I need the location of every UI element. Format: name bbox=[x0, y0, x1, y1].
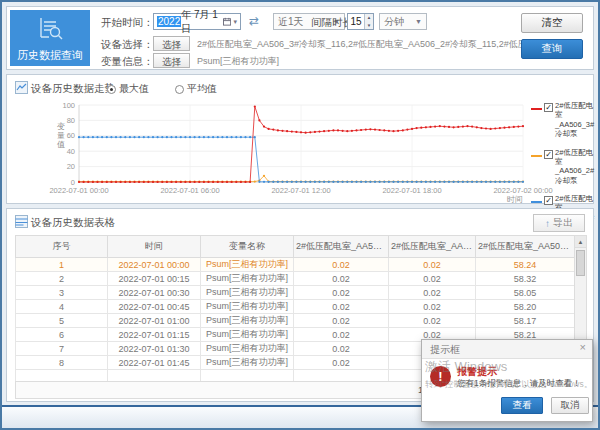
legend-checkbox[interactable]: ✓ bbox=[544, 103, 553, 112]
export-button[interactable]: ↑ 导出 bbox=[533, 214, 585, 232]
radio-avg-label: 平均值 bbox=[187, 82, 217, 96]
quick-range-value: 近1天 bbox=[278, 15, 304, 29]
variable-select-button[interactable]: 选择 bbox=[153, 53, 190, 68]
table-cell: 58.05 bbox=[476, 286, 575, 300]
table-cell: 0.02 bbox=[294, 258, 389, 272]
start-date-input[interactable]: 2022年 7月 1日 ▾ bbox=[153, 13, 241, 30]
table-cell: 0.02 bbox=[294, 314, 389, 328]
svg-text:60: 60 bbox=[67, 131, 75, 140]
table-row[interactable]: 22022-07-01 00:15Psum[三相有功功率]0.020.0258.… bbox=[16, 272, 575, 286]
table-cell: Psum[三相有功功率] bbox=[201, 272, 294, 286]
interval-stepper[interactable]: 15 ▲▼ bbox=[347, 13, 374, 30]
table-cell: 2022-07-01 01:00 bbox=[108, 314, 201, 328]
radio-avg-value[interactable]: 平均值 bbox=[175, 82, 217, 96]
legend-item[interactable]: ✓2#低压配电室_AA506_2#冷却泵 bbox=[531, 148, 593, 186]
calendar-icon[interactable] bbox=[223, 17, 231, 26]
column-header: 2#低压配电室_AA507_1#冷却泵... bbox=[476, 236, 575, 258]
variable-label: 变量信息： bbox=[101, 55, 154, 69]
dialog-title: 提示框 bbox=[422, 340, 592, 359]
table-cell: 2022-07-01 00:45 bbox=[108, 300, 201, 314]
date-year-selected: 2022 bbox=[157, 16, 181, 27]
table-cell: 0.02 bbox=[389, 258, 476, 272]
table-cell: 5 bbox=[16, 314, 108, 328]
table-cell: 58.17 bbox=[476, 314, 575, 328]
table-cell: Psum[三相有功功率] bbox=[201, 328, 294, 342]
legend-line-swatch bbox=[531, 201, 542, 203]
date-rest: 年 7月 1日 bbox=[181, 8, 223, 36]
legend-item[interactable]: ✓2#低压配电室_AA506_3#冷却泵 bbox=[531, 101, 593, 139]
alarm-message: 您有1条报警信息，请及时查看！ bbox=[457, 378, 589, 390]
svg-text:100: 100 bbox=[62, 101, 75, 110]
stepper-arrows[interactable]: ▲▼ bbox=[364, 14, 373, 29]
app-window: 历史数据查询 开始时间： 2022年 7月 1日 ▾ ⇄ 近1天 ▼ 间隔时长：… bbox=[0, 0, 600, 430]
table-cell: 0.02 bbox=[294, 300, 389, 314]
alarm-title: 报警提示 bbox=[457, 365, 497, 379]
device-label: 设备选择： bbox=[101, 38, 154, 52]
date-dropdown-caret[interactable]: ▾ bbox=[233, 18, 237, 26]
table-cell: 8 bbox=[16, 356, 108, 370]
table-cell: 58.32 bbox=[476, 272, 575, 286]
table-cell: 0.02 bbox=[389, 286, 476, 300]
legend-checkbox[interactable]: ✓ bbox=[544, 196, 553, 205]
table-cell: 0.02 bbox=[389, 272, 476, 286]
table-cell: 7 bbox=[16, 342, 108, 356]
module-tile: 历史数据查询 bbox=[10, 10, 90, 66]
table-grid-icon bbox=[15, 215, 28, 228]
alarm-badge-icon: ! bbox=[430, 366, 451, 387]
table-title: 设备历史数据表格 bbox=[31, 216, 115, 230]
radio-avg-icon[interactable] bbox=[175, 85, 184, 94]
scrollbar-thumb[interactable] bbox=[576, 250, 585, 276]
table-cell: 6 bbox=[16, 328, 108, 342]
table-cell: 2022-07-01 00:15 bbox=[108, 272, 201, 286]
view-button[interactable]: 查看 bbox=[501, 397, 543, 414]
svg-text:40: 40 bbox=[67, 147, 75, 156]
alert-dialog: 提示框 × ! 报警提示 您有1条报警信息，请及时查看！ 查看 取消 bbox=[421, 339, 593, 422]
table-cell: Psum[三相有功功率] bbox=[201, 258, 294, 272]
column-header: 2#低压配电室_AA506_3#冷却泵... bbox=[294, 236, 389, 258]
table-row[interactable]: 52022-07-01 01:00Psum[三相有功功率]0.020.0258.… bbox=[16, 314, 575, 328]
radio-max-label: 最大值 bbox=[119, 82, 149, 96]
table-cell: 0.02 bbox=[294, 356, 389, 370]
table-cell: 0.02 bbox=[294, 272, 389, 286]
scroll-up-icon[interactable]: ▲ bbox=[575, 236, 586, 248]
stepper-up-icon[interactable]: ▲ bbox=[365, 14, 373, 22]
swap-range-icon[interactable]: ⇄ bbox=[249, 14, 259, 28]
table-row[interactable]: 12022-07-01 00:00Psum[三相有功功率]0.020.0258.… bbox=[16, 258, 575, 272]
table-cell: 0.02 bbox=[389, 300, 476, 314]
close-icon[interactable]: × bbox=[580, 341, 586, 353]
table-cell: 2022-07-01 01:15 bbox=[108, 328, 201, 342]
table-cell: 58.20 bbox=[476, 300, 575, 314]
device-value: 2#低压配电室_AA506_3#冷却泵_116,2#低压配电室_AA506_2#… bbox=[197, 38, 527, 51]
table-cell: Psum[三相有功功率] bbox=[201, 342, 294, 356]
radio-max-value[interactable]: 最大值 bbox=[107, 82, 149, 96]
table-cell: 3 bbox=[16, 286, 108, 300]
table-cell: 0.02 bbox=[389, 314, 476, 328]
legend-label: 2#低压配电室_AA506_2#冷却泵 bbox=[555, 148, 594, 186]
clear-button[interactable]: 清空 bbox=[521, 13, 583, 33]
interval-unit-select[interactable]: 分钟 ▼ bbox=[379, 13, 427, 30]
cancel-button[interactable]: 取消 bbox=[551, 397, 589, 414]
table-cell: 2 bbox=[16, 272, 108, 286]
radio-max-icon[interactable] bbox=[107, 85, 116, 94]
device-select-button[interactable]: 选择 bbox=[153, 36, 190, 51]
query-panel: 历史数据查询 开始时间： 2022年 7月 1日 ▾ ⇄ 近1天 ▼ 间隔时长：… bbox=[6, 6, 594, 70]
legend-label: 2#低压配电室_AA506_3#冷却泵 bbox=[555, 101, 594, 139]
table-cell: 2022-07-01 01:30 bbox=[108, 342, 201, 356]
stepper-down-icon[interactable]: ▼ bbox=[365, 22, 373, 30]
table-cell: Psum[三相有功功率] bbox=[201, 314, 294, 328]
table-row[interactable]: 42022-07-01 00:45Psum[三相有功功率]0.020.0258.… bbox=[16, 300, 575, 314]
table-cell: 2022-07-01 00:00 bbox=[108, 258, 201, 272]
trend-title: 设备历史数据走势 bbox=[31, 82, 115, 96]
svg-text:80: 80 bbox=[67, 116, 75, 125]
column-header: 变量名称 bbox=[201, 236, 294, 258]
table-cell: Psum[三相有功功率] bbox=[201, 356, 294, 370]
table-cell: 0.02 bbox=[294, 342, 389, 356]
query-button[interactable]: 查询 bbox=[521, 39, 583, 59]
table-cell: 58.24 bbox=[476, 258, 575, 272]
unit-caret-icon[interactable]: ▼ bbox=[415, 18, 422, 25]
legend-checkbox[interactable]: ✓ bbox=[544, 150, 553, 159]
table-cell: 1 bbox=[16, 258, 108, 272]
table-cell: Psum[三相有功功率] bbox=[201, 286, 294, 300]
table-row[interactable]: 32022-07-01 00:30Psum[三相有功功率]0.020.0258.… bbox=[16, 286, 575, 300]
trend-chart: 0204060801002022-07-01 00:002022-07-01 0… bbox=[15, 97, 531, 203]
